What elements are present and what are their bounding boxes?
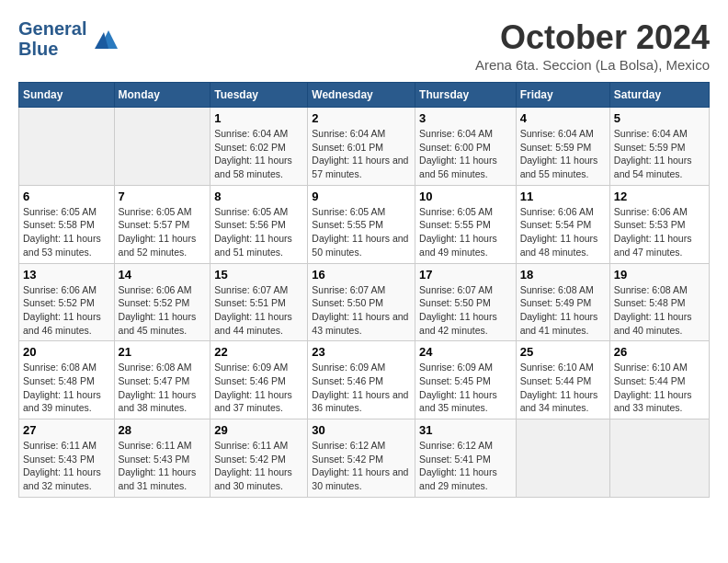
day-number: 18 xyxy=(520,268,606,282)
title-block: October 2024 Arena 6ta. Seccion (La Bols… xyxy=(475,18,710,73)
day-info: Sunrise: 6:06 AM Sunset: 5:53 PM Dayligh… xyxy=(614,205,705,259)
calendar-cell xyxy=(609,419,709,498)
day-info: Sunrise: 6:11 AM Sunset: 5:43 PM Dayligh… xyxy=(119,439,207,493)
day-info: Sunrise: 6:09 AM Sunset: 5:46 PM Dayligh… xyxy=(214,361,303,415)
day-number: 10 xyxy=(419,190,512,203)
calendar-cell: 13Sunrise: 6:06 AM Sunset: 5:52 PM Dayli… xyxy=(19,263,115,341)
day-info: Sunrise: 6:08 AM Sunset: 5:49 PM Dayligh… xyxy=(520,283,606,338)
day-info: Sunrise: 6:05 AM Sunset: 5:55 PM Dayligh… xyxy=(312,205,411,259)
calendar-cell: 30Sunrise: 6:12 AM Sunset: 5:42 PM Dayli… xyxy=(308,419,415,498)
day-number: 27 xyxy=(23,423,110,437)
day-info: Sunrise: 6:09 AM Sunset: 5:46 PM Dayligh… xyxy=(312,361,411,415)
day-info: Sunrise: 6:05 AM Sunset: 5:58 PM Dayligh… xyxy=(23,205,110,259)
calendar-cell: 28Sunrise: 6:11 AM Sunset: 5:43 PM Dayli… xyxy=(114,419,210,498)
day-number: 12 xyxy=(614,190,705,203)
page-header: General Blue October 2024 Arena 6ta. Sec… xyxy=(18,18,710,73)
day-info: Sunrise: 6:04 AM Sunset: 5:59 PM Dayligh… xyxy=(614,127,705,181)
day-number: 6 xyxy=(23,190,110,203)
calendar-week-1: 1Sunrise: 6:04 AM Sunset: 6:02 PM Daylig… xyxy=(19,108,710,186)
day-number: 14 xyxy=(119,268,207,282)
calendar-cell: 16Sunrise: 6:07 AM Sunset: 5:50 PM Dayli… xyxy=(308,263,415,341)
weekday-header-friday: Friday xyxy=(516,83,609,108)
calendar-cell: 3Sunrise: 6:04 AM Sunset: 6:00 PM Daylig… xyxy=(415,108,517,186)
logo-icon xyxy=(90,23,122,55)
day-info: Sunrise: 6:08 AM Sunset: 5:48 PM Dayligh… xyxy=(614,283,705,338)
day-info: Sunrise: 6:11 AM Sunset: 5:43 PM Dayligh… xyxy=(23,439,110,493)
day-info: Sunrise: 6:04 AM Sunset: 6:02 PM Dayligh… xyxy=(214,127,303,181)
day-number: 4 xyxy=(520,111,606,125)
day-number: 19 xyxy=(614,268,705,282)
calendar-header: SundayMondayTuesdayWednesdayThursdayFrid… xyxy=(19,83,710,108)
calendar-cell: 17Sunrise: 6:07 AM Sunset: 5:50 PM Dayli… xyxy=(415,263,517,341)
day-number: 16 xyxy=(312,268,411,282)
day-number: 9 xyxy=(312,190,411,203)
day-info: Sunrise: 6:09 AM Sunset: 5:45 PM Dayligh… xyxy=(419,361,512,415)
day-number: 1 xyxy=(214,111,303,125)
day-number: 13 xyxy=(23,268,110,282)
calendar-cell: 7Sunrise: 6:05 AM Sunset: 5:57 PM Daylig… xyxy=(114,185,210,263)
day-info: Sunrise: 6:12 AM Sunset: 5:41 PM Dayligh… xyxy=(419,439,512,493)
calendar-cell: 8Sunrise: 6:05 AM Sunset: 5:56 PM Daylig… xyxy=(210,185,308,263)
weekday-header-tuesday: Tuesday xyxy=(210,83,308,108)
day-number: 5 xyxy=(614,111,705,125)
day-number: 26 xyxy=(614,345,705,359)
logo-line1: General xyxy=(18,18,86,39)
calendar-cell: 2Sunrise: 6:04 AM Sunset: 6:01 PM Daylig… xyxy=(308,108,415,186)
day-number: 29 xyxy=(214,423,303,437)
weekday-header-wednesday: Wednesday xyxy=(308,83,415,108)
weekday-header-thursday: Thursday xyxy=(415,83,517,108)
day-info: Sunrise: 6:06 AM Sunset: 5:52 PM Dayligh… xyxy=(119,283,207,338)
weekday-header-row: SundayMondayTuesdayWednesdayThursdayFrid… xyxy=(19,83,710,108)
calendar-cell: 10Sunrise: 6:05 AM Sunset: 5:55 PM Dayli… xyxy=(415,185,517,263)
day-number: 8 xyxy=(214,190,303,203)
calendar-cell: 22Sunrise: 6:09 AM Sunset: 5:46 PM Dayli… xyxy=(210,341,308,419)
day-info: Sunrise: 6:12 AM Sunset: 5:42 PM Dayligh… xyxy=(312,439,411,493)
calendar-cell: 19Sunrise: 6:08 AM Sunset: 5:48 PM Dayli… xyxy=(609,263,709,341)
day-number: 15 xyxy=(214,268,303,282)
weekday-header-monday: Monday xyxy=(114,83,210,108)
day-number: 21 xyxy=(119,345,207,359)
calendar-cell: 20Sunrise: 6:08 AM Sunset: 5:48 PM Dayli… xyxy=(19,341,115,419)
day-number: 11 xyxy=(520,190,606,203)
calendar-week-2: 6Sunrise: 6:05 AM Sunset: 5:58 PM Daylig… xyxy=(19,185,710,263)
day-info: Sunrise: 6:07 AM Sunset: 5:51 PM Dayligh… xyxy=(214,283,303,338)
day-info: Sunrise: 6:06 AM Sunset: 5:52 PM Dayligh… xyxy=(23,283,110,338)
calendar-cell xyxy=(114,108,210,186)
calendar-week-3: 13Sunrise: 6:06 AM Sunset: 5:52 PM Dayli… xyxy=(19,263,710,341)
day-info: Sunrise: 6:08 AM Sunset: 5:48 PM Dayligh… xyxy=(23,361,110,415)
calendar-cell: 31Sunrise: 6:12 AM Sunset: 5:41 PM Dayli… xyxy=(415,419,517,498)
calendar-cell: 27Sunrise: 6:11 AM Sunset: 5:43 PM Dayli… xyxy=(19,419,115,498)
month-title: October 2024 xyxy=(475,18,710,57)
day-number: 30 xyxy=(312,423,411,437)
day-number: 24 xyxy=(419,345,512,359)
calendar-body: 1Sunrise: 6:04 AM Sunset: 6:02 PM Daylig… xyxy=(19,108,710,498)
day-info: Sunrise: 6:04 AM Sunset: 6:00 PM Dayligh… xyxy=(419,127,512,181)
day-info: Sunrise: 6:10 AM Sunset: 5:44 PM Dayligh… xyxy=(614,361,705,415)
day-info: Sunrise: 6:08 AM Sunset: 5:47 PM Dayligh… xyxy=(119,361,207,415)
calendar-cell: 14Sunrise: 6:06 AM Sunset: 5:52 PM Dayli… xyxy=(114,263,210,341)
logo: General Blue xyxy=(18,18,122,59)
day-number: 20 xyxy=(23,345,110,359)
logo-line2: Blue xyxy=(18,39,86,59)
weekday-header-sunday: Sunday xyxy=(19,83,115,108)
day-info: Sunrise: 6:07 AM Sunset: 5:50 PM Dayligh… xyxy=(419,283,512,338)
day-number: 3 xyxy=(419,111,512,125)
day-number: 22 xyxy=(214,345,303,359)
day-number: 23 xyxy=(312,345,411,359)
calendar-cell: 6Sunrise: 6:05 AM Sunset: 5:58 PM Daylig… xyxy=(19,185,115,263)
day-info: Sunrise: 6:05 AM Sunset: 5:56 PM Dayligh… xyxy=(214,205,303,259)
calendar-cell xyxy=(19,108,115,186)
calendar-cell xyxy=(516,419,609,498)
calendar-cell: 11Sunrise: 6:06 AM Sunset: 5:54 PM Dayli… xyxy=(516,185,609,263)
day-info: Sunrise: 6:04 AM Sunset: 6:01 PM Dayligh… xyxy=(312,127,411,181)
day-number: 17 xyxy=(419,268,512,282)
day-number: 7 xyxy=(119,190,207,203)
day-info: Sunrise: 6:11 AM Sunset: 5:42 PM Dayligh… xyxy=(214,439,303,493)
calendar-table: SundayMondayTuesdayWednesdayThursdayFrid… xyxy=(18,82,710,498)
location-title: Arena 6ta. Seccion (La Bolsa), Mexico xyxy=(475,57,710,73)
calendar-cell: 21Sunrise: 6:08 AM Sunset: 5:47 PM Dayli… xyxy=(114,341,210,419)
day-number: 28 xyxy=(119,423,207,437)
calendar-cell: 15Sunrise: 6:07 AM Sunset: 5:51 PM Dayli… xyxy=(210,263,308,341)
calendar-cell: 25Sunrise: 6:10 AM Sunset: 5:44 PM Dayli… xyxy=(516,341,609,419)
calendar-cell: 4Sunrise: 6:04 AM Sunset: 5:59 PM Daylig… xyxy=(516,108,609,186)
